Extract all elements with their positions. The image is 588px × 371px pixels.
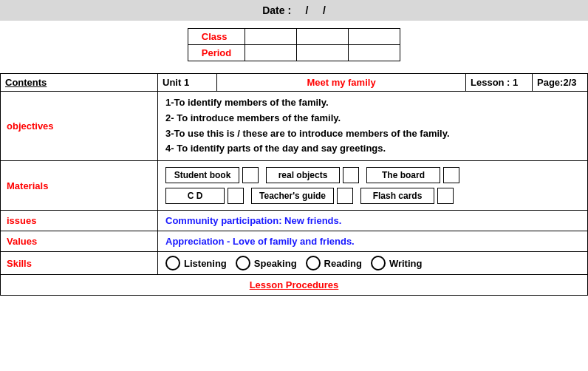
contents-label: Contents (1, 74, 158, 92)
page: Date : / / Class Period Contents (0, 0, 588, 371)
reading-circle[interactable] (306, 256, 321, 270)
values-label: Values (1, 231, 158, 252)
skill-speaking: Speaking (236, 256, 297, 270)
issues-value: Community participation: New friends. (158, 211, 588, 231)
period-label: Period (188, 45, 245, 61)
class-period-area: Class Period (0, 21, 588, 69)
writing-label: Writing (389, 258, 423, 269)
material-flash-cards: Flash cards (360, 188, 454, 204)
lesson-label: Lesson : 1 (466, 74, 533, 92)
materials-row-2: C D Teacher's guide Flash cards (165, 188, 580, 204)
skills-label: Skills (1, 252, 158, 275)
material-real-objects: real objects (266, 167, 359, 183)
material-student-book: Student book (165, 167, 259, 183)
date-separator2: / (323, 4, 326, 16)
issues-label: issues (1, 211, 158, 231)
objectives-label: objectives (1, 92, 158, 161)
skills-list: Listening Speaking Reading Writing (165, 256, 580, 270)
the-board-box: The board (366, 167, 440, 183)
skill-reading: Reading (306, 256, 362, 270)
issues-row: issues Community participation: New frie… (1, 211, 588, 231)
skill-writing: Writing (371, 256, 423, 270)
listening-label: Listening (184, 258, 227, 269)
page-label: Page:2/3 (533, 74, 588, 92)
class-val2[interactable] (297, 29, 349, 45)
objectives-row: objectives 1-To identify members of the … (1, 92, 588, 161)
speaking-label: Speaking (254, 258, 297, 269)
material-cd: C D (165, 188, 244, 204)
period-val3[interactable] (349, 45, 400, 61)
date-label: Date : (262, 4, 291, 16)
skills-cell: Listening Speaking Reading Writing (158, 252, 588, 275)
student-book-box: Student book (165, 167, 239, 183)
class-period-table: Class Period (188, 28, 400, 61)
materials-cell: Student book real objects The board (158, 161, 588, 211)
skill-listening: Listening (165, 256, 227, 270)
obj-4: 4- To identify parts of the day and say … (165, 141, 580, 157)
obj-2: 2- To introduce members of the family. (165, 111, 580, 126)
teachers-guide-checkbox[interactable] (337, 188, 353, 204)
student-book-checkbox[interactable] (242, 167, 259, 183)
period-val1[interactable] (245, 45, 297, 61)
lesson-title: Meet my family (217, 74, 466, 92)
obj-3: 3-To use this is / these are to introduc… (165, 126, 580, 142)
speaking-circle[interactable] (236, 256, 250, 270)
reading-label: Reading (324, 258, 362, 269)
teachers-guide-box: Teacher's guide (251, 188, 334, 204)
class-label: Class (188, 29, 245, 45)
writing-circle[interactable] (371, 256, 386, 270)
obj-1: 1-To identify members of the family. (165, 95, 580, 111)
lesson-table: Contents Unit 1 Meet my family Lesson : … (0, 73, 588, 296)
skills-row: Skills Listening Speaking Reading (1, 252, 588, 275)
unit-label: Unit 1 (158, 74, 217, 92)
date-separator1: / (306, 4, 309, 16)
material-teachers-guide: Teacher's guide (251, 188, 353, 204)
real-objects-box: real objects (266, 167, 340, 183)
material-the-board: The board (366, 167, 459, 183)
lesson-procedures-row: Lesson Procedures (1, 275, 588, 296)
class-val1[interactable] (245, 29, 297, 45)
flash-cards-box: Flash cards (360, 188, 434, 204)
objectives-cell: 1-To identify members of the family. 2- … (158, 92, 588, 161)
header-row: Contents Unit 1 Meet my family Lesson : … (1, 74, 588, 92)
values-row: Values Appreciation - Love of family and… (1, 231, 588, 252)
values-value: Appreciation - Love of family and friend… (158, 231, 588, 252)
listening-circle[interactable] (165, 256, 180, 270)
materials-row: Materials Student book real objects (1, 161, 588, 211)
cd-checkbox[interactable] (228, 188, 244, 204)
lesson-procedures-label: Lesson Procedures (1, 275, 588, 296)
real-objects-checkbox[interactable] (343, 167, 359, 183)
the-board-checkbox[interactable] (443, 167, 459, 183)
date-bar: Date : / / (0, 0, 588, 21)
materials-grid: Student book real objects The board (165, 167, 580, 204)
cd-box: C D (165, 188, 225, 204)
materials-row-1: Student book real objects The board (165, 167, 580, 183)
materials-label: Materials (1, 161, 158, 211)
period-val2[interactable] (297, 45, 349, 61)
flash-cards-checkbox[interactable] (437, 188, 454, 204)
class-val3[interactable] (349, 29, 400, 45)
